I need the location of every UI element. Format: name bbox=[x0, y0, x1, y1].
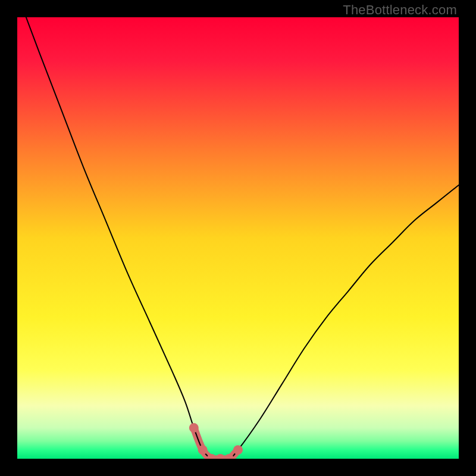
watermark-label: TheBottleneck.com bbox=[343, 2, 457, 18]
plot-area bbox=[17, 17, 459, 459]
curve-layer bbox=[17, 17, 459, 459]
highlight-dot bbox=[189, 423, 199, 433]
chart-frame: TheBottleneck.com bbox=[0, 0, 476, 476]
highlight-dot bbox=[233, 445, 243, 455]
highlight-dot bbox=[215, 454, 225, 459]
bottleneck-curve bbox=[26, 17, 459, 459]
highlight-dot bbox=[198, 445, 208, 455]
